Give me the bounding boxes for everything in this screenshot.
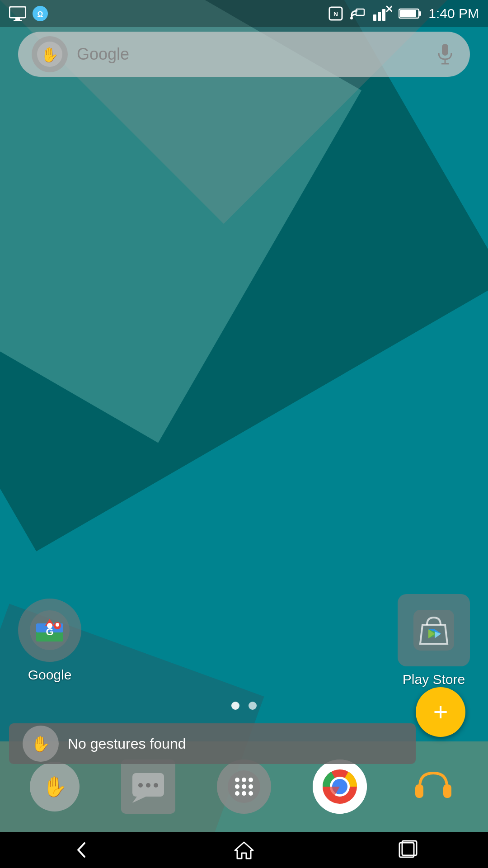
svg-rect-10 — [378, 12, 381, 21]
svg-marker-58 — [235, 842, 253, 859]
svg-point-47 — [242, 784, 246, 789]
svg-rect-2 — [14, 20, 22, 21]
nav-bar — [0, 832, 488, 868]
svg-text:Ω: Ω — [38, 10, 43, 18]
svg-rect-16 — [400, 10, 416, 17]
dock-chrome[interactable] — [313, 760, 367, 814]
play-store-app[interactable]: Play Store — [398, 594, 470, 687]
toast-text: No gestures found — [68, 736, 186, 752]
svg-rect-9 — [373, 14, 376, 21]
page-dots — [0, 702, 488, 710]
google-maps-app[interactable]: G Google — [18, 599, 81, 683]
wifi-adb-icon: Ω — [32, 5, 49, 22]
svg-marker-38 — [132, 797, 146, 803]
page-dot-1[interactable] — [231, 702, 239, 710]
svg-rect-19 — [442, 44, 448, 56]
page-dot-2[interactable] — [249, 702, 257, 710]
dock-app-drawer[interactable] — [217, 760, 271, 814]
status-time: 1:40 PM — [428, 6, 479, 21]
fab-add-button[interactable]: + — [416, 687, 465, 737]
svg-point-51 — [249, 791, 253, 796]
google-logo: ✋ — [32, 36, 68, 72]
microphone-icon[interactable] — [434, 43, 456, 66]
svg-rect-11 — [382, 9, 385, 21]
svg-text:✋: ✋ — [42, 775, 67, 798]
svg-text:✋: ✋ — [41, 46, 59, 63]
monitor-icon — [9, 6, 26, 21]
svg-point-41 — [154, 783, 158, 788]
search-placeholder: Google — [77, 45, 425, 64]
nav-home-button[interactable] — [226, 832, 262, 868]
search-bar-container: ✋ Google — [18, 32, 470, 77]
svg-rect-15 — [419, 11, 421, 16]
svg-point-39 — [138, 783, 143, 788]
signal-x-icon — [372, 5, 392, 22]
svg-point-43 — [235, 778, 239, 782]
svg-point-7 — [350, 17, 353, 19]
battery-icon — [399, 7, 422, 20]
svg-point-44 — [242, 778, 246, 782]
dock-messaging[interactable] — [121, 760, 175, 814]
play-store-icon[interactable] — [398, 594, 470, 666]
svg-point-40 — [146, 783, 150, 788]
svg-point-29 — [56, 623, 59, 627]
google-maps-label: Google — [28, 667, 72, 683]
svg-point-49 — [235, 791, 239, 796]
svg-point-50 — [242, 791, 246, 796]
nfc-icon: N — [328, 6, 343, 21]
play-store-label: Play Store — [403, 672, 465, 687]
apps-area: G Google Play Store — [0, 594, 488, 687]
svg-text:N: N — [333, 10, 338, 18]
svg-rect-1 — [15, 18, 20, 20]
dock-headphones[interactable] — [408, 762, 458, 811]
svg-point-48 — [249, 784, 253, 789]
nav-back-button[interactable] — [63, 832, 99, 868]
cast-icon — [350, 5, 366, 22]
svg-point-45 — [249, 778, 253, 782]
toast-message: ✋ No gestures found — [9, 723, 416, 764]
svg-rect-0 — [9, 7, 26, 18]
search-bar[interactable]: ✋ Google — [18, 32, 470, 77]
google-maps-icon[interactable]: G — [18, 599, 81, 662]
svg-text:✋: ✋ — [31, 735, 51, 753]
svg-point-46 — [235, 784, 239, 789]
svg-text:G: G — [46, 626, 53, 637]
svg-rect-56 — [415, 784, 423, 798]
svg-rect-57 — [443, 784, 451, 798]
toast-gesture-icon: ✋ — [23, 726, 59, 762]
dock-gesture-launcher[interactable]: ✋ — [30, 762, 80, 811]
fab-plus-icon: + — [433, 699, 448, 725]
nav-recents-button[interactable] — [389, 832, 425, 868]
svg-rect-8 — [356, 9, 364, 15]
status-bar: Ω N 1:40 PM — [0, 0, 488, 27]
